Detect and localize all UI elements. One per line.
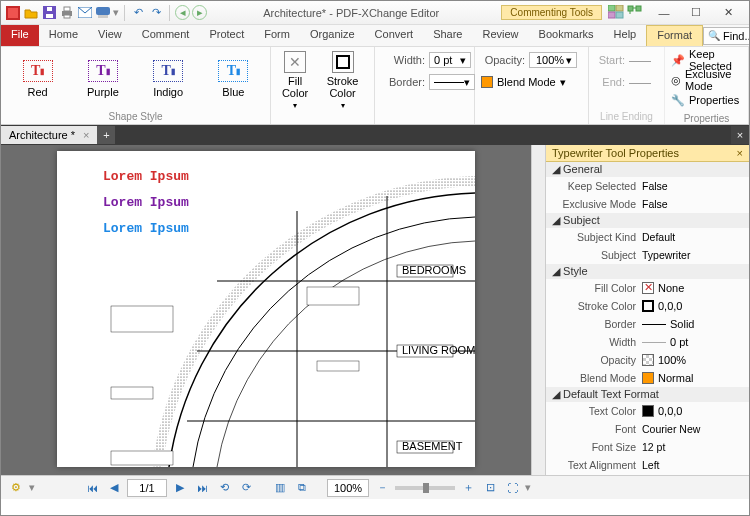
prop-font[interactable]: Courier New: [642, 423, 745, 435]
redo-icon[interactable]: ↷: [148, 5, 164, 21]
zoom-fit-icon[interactable]: ⊡: [481, 479, 499, 497]
svg-rect-11: [608, 5, 615, 11]
properties-button[interactable]: 🔧Properties: [671, 91, 739, 109]
tab-protect[interactable]: Protect: [199, 25, 254, 46]
last-page-icon[interactable]: ⏭: [193, 479, 211, 497]
scrollbar-vertical[interactable]: [531, 145, 545, 475]
section-subject[interactable]: ◢ Subject: [546, 213, 749, 228]
page: Lorem Ipsum Lorem Ipsum Lorem Ipsum BEDR…: [57, 151, 475, 467]
prop-keep-selected[interactable]: False: [642, 180, 745, 192]
keep-selected-button[interactable]: 📌Keep Selected: [671, 51, 742, 69]
options-icon[interactable]: ⚙: [7, 479, 25, 497]
prop-align[interactable]: Left: [642, 459, 745, 471]
zoom-in-icon[interactable]: ＋: [459, 479, 477, 497]
zoom-input[interactable]: 100%: [327, 479, 369, 497]
nav-fwd-icon[interactable]: ⟳: [237, 479, 255, 497]
properties-panel: Typewriter Tool Properties× ◢ General Ke…: [545, 145, 749, 475]
width-input[interactable]: 0 pt▾: [429, 52, 471, 68]
svg-rect-13: [608, 12, 615, 18]
print-icon[interactable]: [59, 5, 75, 21]
tab-share[interactable]: Share: [423, 25, 472, 46]
color-blue[interactable]: T▮Blue: [203, 51, 264, 107]
tab-review[interactable]: Review: [472, 25, 528, 46]
ui-options-icon[interactable]: [608, 5, 624, 21]
undo-icon[interactable]: ↶: [130, 5, 146, 21]
svg-rect-29: [111, 306, 173, 332]
prop-exclusive[interactable]: False: [642, 198, 745, 210]
tab-view[interactable]: View: [88, 25, 132, 46]
pin-icon: 📌: [671, 54, 685, 67]
tab-file[interactable]: File: [1, 25, 39, 46]
close-tab-icon[interactable]: ×: [83, 129, 89, 141]
nav-back-icon[interactable]: ⟲: [215, 479, 233, 497]
panel-title: Typewriter Tool Properties×: [546, 145, 749, 162]
section-default-text[interactable]: ◢ Default Text Format: [546, 387, 749, 402]
ribbon-tabs: File Home View Comment Protect Form Orga…: [1, 25, 749, 47]
window-title: Architecture* - PDF-XChange Editor: [207, 7, 495, 19]
tab-format[interactable]: Format: [646, 25, 703, 46]
prop-subject-kind[interactable]: Default: [642, 231, 745, 243]
maximize-icon[interactable]: ☐: [683, 4, 709, 22]
prop-opacity[interactable]: 100%: [642, 354, 745, 366]
tab-comment[interactable]: Comment: [132, 25, 200, 46]
zoom-slider[interactable]: [395, 486, 455, 490]
svg-text:LIVING ROOM: LIVING ROOM: [402, 344, 475, 356]
tab-home[interactable]: Home: [39, 25, 88, 46]
exclusive-mode-button[interactable]: ◎Exclusive Mode: [671, 71, 742, 89]
prop-font-size[interactable]: 12 pt: [642, 441, 745, 453]
back-icon[interactable]: ◂: [175, 5, 190, 20]
tab-organize[interactable]: Organize: [300, 25, 365, 46]
launch-icon[interactable]: [627, 5, 643, 21]
prop-text-color[interactable]: 0,0,0: [642, 405, 745, 417]
svg-rect-33: [317, 361, 359, 371]
doc-tab-architecture[interactable]: Architecture *×: [1, 126, 97, 144]
svg-rect-10: [98, 15, 108, 18]
tab-close-all[interactable]: ×: [731, 126, 749, 144]
tab-bookmarks[interactable]: Bookmarks: [529, 25, 604, 46]
prop-stroke-color[interactable]: 0,0,0: [642, 300, 745, 312]
zoom-out-icon[interactable]: －: [373, 479, 391, 497]
prev-page-icon[interactable]: ◀: [105, 479, 123, 497]
panel-close-icon[interactable]: ×: [737, 147, 743, 159]
close-icon[interactable]: ✕: [715, 4, 741, 22]
first-page-icon[interactable]: ⏮: [83, 479, 101, 497]
fill-color-button[interactable]: ✕ Fill Color▾: [277, 51, 313, 110]
color-red[interactable]: T▮Red: [7, 51, 68, 107]
tab-convert[interactable]: Convert: [365, 25, 424, 46]
page-layout-icon[interactable]: ▥: [271, 479, 289, 497]
prop-border[interactable]: Solid: [642, 318, 745, 330]
open-icon[interactable]: [23, 5, 39, 21]
svg-rect-3: [46, 14, 53, 18]
email-icon[interactable]: [77, 5, 93, 21]
canvas[interactable]: Lorem Ipsum Lorem Ipsum Lorem Ipsum BEDR…: [1, 145, 531, 475]
app-icon: [5, 5, 21, 21]
gear-icon: 🔧: [671, 94, 685, 107]
minimize-icon[interactable]: —: [651, 4, 677, 22]
blend-mode-button[interactable]: Blend Mode ▾: [481, 73, 566, 91]
tab-form[interactable]: Form: [254, 25, 300, 46]
new-tab-button[interactable]: +: [97, 126, 115, 144]
svg-rect-32: [307, 287, 359, 305]
prop-subject[interactable]: Typewriter: [642, 249, 745, 261]
color-indigo[interactable]: T▮Indigo: [138, 51, 199, 107]
opacity-input[interactable]: 100%▾: [529, 52, 577, 68]
prop-blend[interactable]: Normal: [642, 372, 745, 384]
prop-width[interactable]: 0 pt: [642, 336, 745, 348]
border-select[interactable]: ▾: [429, 74, 475, 90]
prop-fill-color[interactable]: ✕None: [642, 282, 745, 294]
tab-help[interactable]: Help: [604, 25, 647, 46]
save-icon[interactable]: [41, 5, 57, 21]
page-input[interactable]: 1/1: [127, 479, 167, 497]
next-page-icon[interactable]: ▶: [171, 479, 189, 497]
stroke-color-button[interactable]: Stroke Color▾: [317, 51, 368, 110]
color-purple[interactable]: T▮Purple: [72, 51, 133, 107]
svg-rect-1: [8, 8, 18, 18]
section-general[interactable]: ◢ General: [546, 162, 749, 177]
zoom-actual-icon[interactable]: ⛶: [503, 479, 521, 497]
window-controls: — ☐ ✕: [651, 4, 745, 22]
forward-icon[interactable]: ▸: [192, 5, 207, 20]
scan-icon[interactable]: [95, 5, 111, 21]
find-button[interactable]: 🔍 Find...: [703, 27, 750, 45]
page-facing-icon[interactable]: ⧉: [293, 479, 311, 497]
section-style[interactable]: ◢ Style: [546, 264, 749, 279]
